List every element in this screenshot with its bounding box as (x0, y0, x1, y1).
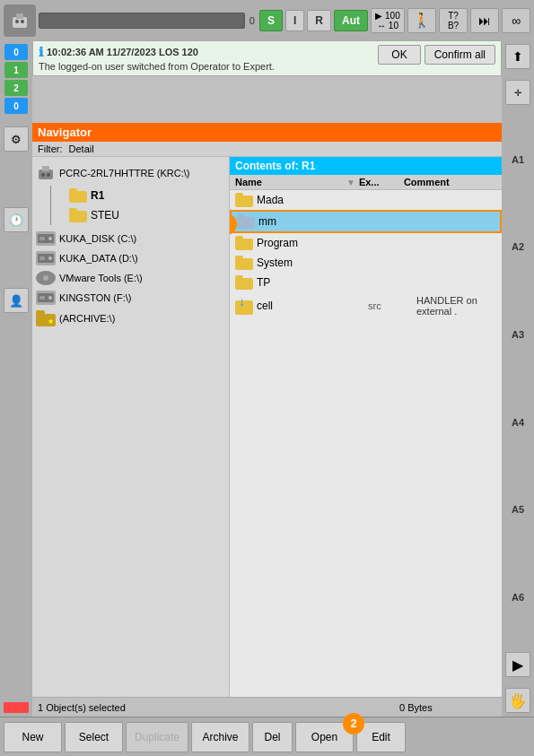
info-bar: ℹ 10:02:36 AM 11/27/2023 LOS 120 The log… (32, 40, 502, 76)
status-indicator (4, 702, 29, 713)
info-timestamp: 10:02:36 AM 11/27/2023 LOS 120 (47, 47, 198, 57)
svg-rect-5 (42, 166, 49, 171)
tree-root-label: PCRC-2RL7HHTTRE (KRC:\) (59, 168, 189, 178)
indicators: 0 1 2 0 (4, 44, 28, 114)
open-button-wrapper: Open 2 (295, 722, 354, 752)
infinity-icon[interactable]: ∞ (502, 8, 530, 33)
play-button[interactable]: ▶ (505, 652, 530, 677)
content-panel: Contents of: R1 Name ▼ Ex... Comment Mad… (230, 157, 502, 717)
tree-label-r1: R1 (91, 189, 104, 202)
item-name-mm: mm (258, 215, 366, 228)
content-item-cell[interactable]: ↓ cell src HANDLER on external . (230, 292, 502, 319)
archive-button[interactable]: Archive (191, 722, 249, 752)
file-icon-cell: ↓ (235, 297, 253, 315)
drive-icon-c (36, 231, 56, 246)
item-name-mada: Mada (257, 194, 364, 206)
nav-cross-icon[interactable]: ✛ (505, 80, 530, 105)
top-bar: 0 S I R Aut ▶ 100↔ 10 🚶 T?B? ⏭ ∞ (0, 0, 534, 40)
folder-icon-archive: ★ (36, 310, 56, 326)
item-name-system: System (257, 256, 364, 269)
tool-icon[interactable]: T?B? (439, 8, 468, 33)
folder-icon-system (235, 256, 253, 270)
col-name-header: Name (230, 177, 346, 187)
content-item-system[interactable]: System (230, 253, 502, 273)
badge-2: 2 (343, 713, 364, 734)
tree-item-r1[interactable]: R1 (51, 186, 229, 205)
content-item-tp[interactable]: TP (230, 273, 502, 292)
tree-item-steu[interactable]: STEU (51, 205, 229, 225)
play-control[interactable]: ▶ 100↔ 10 (371, 8, 405, 33)
svg-point-2 (15, 20, 19, 23)
col-ex-header: Ex... (355, 177, 400, 187)
tree-item-archive[interactable]: ★ (ARCHIVE:\) (32, 308, 229, 329)
filter-value: Detail (69, 143, 94, 154)
label-a3: A3 (512, 329, 524, 340)
tree-label-kingston: KINGSTON (F:\) (59, 292, 131, 303)
progress-value: 0 (249, 15, 255, 26)
filter-label: Filter: (38, 143, 63, 154)
filter-bar: Filter: Detail (32, 142, 502, 157)
btn-r[interactable]: R (307, 10, 331, 31)
svg-rect-12 (39, 256, 45, 260)
nav-up-icon[interactable]: ⬆ (505, 44, 530, 69)
content-item-mm[interactable]: 1 mm (230, 210, 502, 233)
folder-icon-program (235, 236, 253, 250)
indicator-0: 0 (4, 44, 28, 60)
new-button[interactable]: New (4, 722, 62, 752)
btn-i[interactable]: I (285, 10, 304, 31)
btn-aut[interactable]: Aut (334, 10, 368, 31)
indicator-1: 1 (4, 62, 28, 78)
item-ex-cell: src (368, 300, 413, 311)
play-label: ▶ 100↔ 10 (375, 11, 399, 30)
tree-label-steu: STEU (91, 209, 119, 222)
walk-icon[interactable]: 🚶 (407, 8, 436, 33)
tree-item-vmware[interactable]: VMware Tools (E:\) (32, 268, 229, 288)
tree-label-archive: (ARCHIVE:\) (59, 313, 115, 324)
tree-children: R1 STEU (51, 186, 229, 225)
duplicate-button[interactable]: Duplicate (126, 722, 188, 752)
indicator-3: 0 (4, 98, 28, 114)
settings-icon[interactable]: ⚙ (4, 126, 29, 152)
axis-labels: A1 A2 A3 A4 A5 A6 (512, 107, 524, 650)
select-button[interactable]: Select (65, 722, 123, 752)
tree-label-vmware: VMware Tools (E:\) (59, 273, 143, 283)
navigator-title: Navigator (32, 123, 502, 142)
svg-point-10 (48, 237, 52, 240)
content-item-mada[interactable]: Mada (230, 190, 502, 210)
content-item-program[interactable]: Program (230, 233, 502, 253)
robot-icon (4, 4, 36, 37)
item-name-cell: cell (257, 300, 364, 312)
tree-item-kingston[interactable]: KINGSTON (F:\) (32, 288, 229, 308)
tree-item-kuka-disk[interactable]: KUKA_DISK (C:\) (32, 229, 229, 248)
label-a5: A5 (512, 504, 524, 515)
folder-icon-mm (237, 214, 255, 229)
delete-button[interactable]: Del (252, 722, 293, 752)
clock-icon[interactable]: 🕐 (4, 207, 29, 232)
svg-rect-15 (39, 296, 45, 300)
hand-icon[interactable]: 🖐 (505, 688, 530, 713)
navigator-panel: Navigator Filter: Detail PCRC-2RL7HHTTRE… (32, 123, 502, 717)
content-header: Contents of: R1 (230, 157, 502, 175)
skip-icon[interactable]: ⏭ (470, 8, 499, 33)
item-comment-cell: HANDLER on external . (416, 295, 496, 317)
tree-label-kuka-data: KUKA_DATA (D:\) (59, 253, 138, 264)
confirm-all-button[interactable]: Confirm all (425, 45, 495, 65)
right-sidebar: ⬆ ✛ A1 A2 A3 A4 A5 A6 ▶ 🖐 (502, 40, 534, 717)
svg-rect-9 (39, 237, 45, 240)
cd-icon-e (36, 271, 56, 285)
label-a4: A4 (512, 417, 524, 428)
tree-item-kuka-data[interactable]: KUKA_DATA (D:\) (32, 248, 229, 268)
drive-icon-d (36, 251, 56, 265)
svg-point-6 (41, 173, 45, 177)
svg-point-13 (48, 256, 52, 260)
btn-s[interactable]: S (259, 10, 283, 31)
user-icon[interactable]: 👤 (4, 288, 29, 313)
folder-icon-steu (69, 208, 87, 222)
status-right: 0 Bytes (394, 702, 502, 713)
tree-root[interactable]: PCRC-2RL7HHTTRE (KRC:\) (32, 161, 229, 186)
robot-tree-icon (36, 163, 56, 183)
ok-button[interactable]: OK (378, 45, 420, 65)
tree-label-kuka-disk: KUKA_DISK (C:\) (59, 233, 136, 244)
folder-icon-tp (235, 275, 253, 290)
progress-bar (39, 13, 245, 29)
